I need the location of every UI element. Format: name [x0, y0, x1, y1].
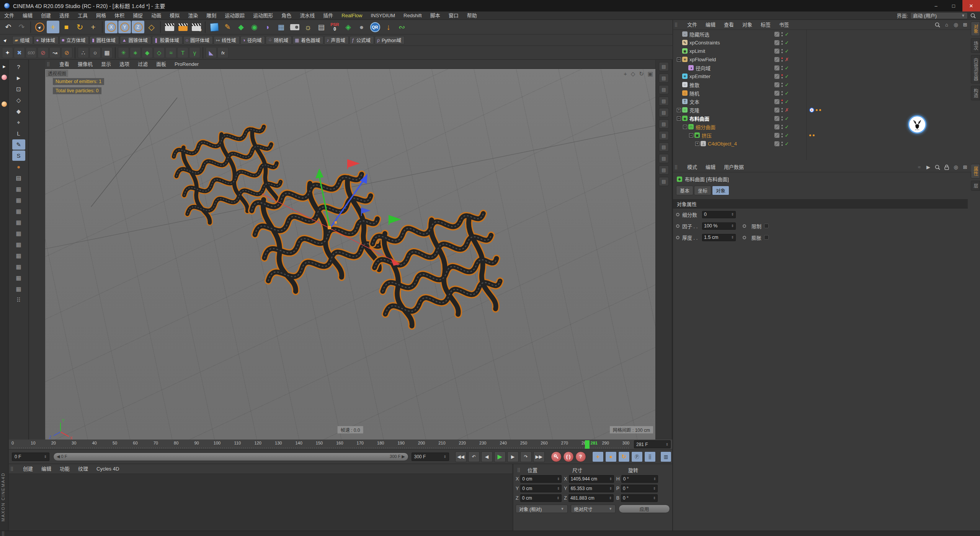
minimize-button[interactable]: –: [927, 0, 945, 11]
toggle-view-icon[interactable]: ▣: [648, 70, 653, 77]
snap-ball-button[interactable]: ●: [12, 162, 25, 172]
range-end-field[interactable]: 300 F⇕: [412, 453, 449, 461]
viewport-menu-选项[interactable]: 选项: [115, 60, 134, 69]
viewport-menu-显示[interactable]: 显示: [97, 60, 115, 69]
pick-arrow-icon[interactable]: ▶: [925, 164, 931, 170]
collapse-icon[interactable]: −: [689, 133, 693, 137]
generators-button[interactable]: ◆: [235, 21, 247, 33]
grip-icon[interactable]: ⣿: [10, 466, 16, 472]
disabled-cross-icon[interactable]: ✗: [785, 107, 789, 113]
om-menu-对象[interactable]: 对象: [738, 21, 756, 29]
field-button-立方体域[interactable]: ■立方体域: [59, 36, 89, 44]
layout-icon-3[interactable]: ▤: [659, 85, 669, 94]
object-tags[interactable]: [809, 134, 815, 136]
editor-visibility-dot[interactable]: [781, 133, 783, 135]
menu-INSYDIUM[interactable]: INSYDIUM: [366, 11, 399, 20]
layer-toggle-icon[interactable]: [774, 82, 779, 87]
menu-雕刻[interactable]: 雕刻: [202, 11, 220, 20]
rotate-tool-button[interactable]: ↻: [74, 21, 86, 33]
manager-tab-场次[interactable]: 场次: [971, 38, 980, 53]
model-mode-button[interactable]: ⊡: [12, 84, 25, 94]
layer-toggle-icon[interactable]: [774, 108, 779, 113]
palette-7-button[interactable]: ▦: [12, 250, 25, 261]
xp-circle-dots-button[interactable]: ○: [90, 47, 101, 58]
grip-icon[interactable]: ⣿: [675, 22, 681, 28]
限制-checkbox[interactable]: [764, 224, 769, 228]
modifiers-button[interactable]: ◉: [248, 21, 261, 33]
play-button[interactable]: ▶: [494, 451, 506, 462]
anim-dot-icon[interactable]: [676, 236, 679, 239]
attribute-section-header[interactable]: 对象属性: [673, 199, 968, 209]
editor-visibility-dot[interactable]: [781, 125, 783, 126]
deformers-button[interactable]: ◗: [261, 21, 274, 33]
field-button-圆环体域[interactable]: ○圆环体域: [183, 36, 213, 44]
object-row-xpLimit[interactable]: ◉xpLimit✓: [673, 47, 971, 55]
close-button[interactable]: ✕: [962, 0, 980, 11]
layout-icon-5[interactable]: ▤: [659, 108, 669, 117]
editor-visibility-dot[interactable]: [781, 32, 783, 34]
attr-menu-用户数据[interactable]: 用户数据: [720, 163, 748, 172]
render-visibility-dot[interactable]: [781, 102, 783, 104]
interface-select[interactable]: 启动 (用户) ▼: [910, 12, 968, 19]
editor-visibility-dot[interactable]: [781, 83, 783, 84]
object-name[interactable]: C4dObject_4: [708, 141, 737, 147]
palette-3-button[interactable]: ▦: [12, 206, 25, 216]
xp-trail-button[interactable]: ≈: [165, 47, 176, 58]
menu-动画[interactable]: 动画: [147, 11, 165, 20]
cursor-icon[interactable]: ►: [1, 64, 7, 70]
editor-visibility-dot[interactable]: [781, 100, 783, 101]
palette-1-button[interactable]: ▦: [12, 184, 25, 194]
render-visibility-dot[interactable]: [781, 136, 783, 137]
workplane-mode-button[interactable]: ◆: [12, 106, 25, 116]
attributes-tab-属性[interactable]: 属性: [971, 164, 980, 178]
layout-icon-8[interactable]: ▤: [659, 142, 669, 152]
menu-选择[interactable]: 选择: [55, 11, 74, 20]
enabled-check-icon[interactable]: ✓: [785, 48, 789, 54]
object-row-随机[interactable]: ∴随机✓: [673, 89, 971, 97]
field-button-着色器域[interactable]: ▦着色器域: [292, 36, 323, 44]
palette-6-button[interactable]: ▦: [12, 239, 25, 250]
grip-icon[interactable]: ⣿: [47, 62, 53, 67]
field-button-组域[interactable]: ▰组域: [12, 36, 33, 44]
attr-menu-编辑[interactable]: 编辑: [701, 163, 720, 172]
render-visibility-dot[interactable]: [781, 52, 783, 53]
redo-button[interactable]: ↷: [15, 21, 28, 33]
xp-grid-dots-button[interactable]: ▦: [101, 47, 113, 58]
palette-8-button[interactable]: ▦: [12, 261, 25, 272]
solo-mode-button[interactable]: S: [12, 150, 25, 161]
render-visibility-dot[interactable]: [781, 43, 783, 45]
magnet-download-button[interactable]: ↓: [382, 21, 395, 33]
field-button-声音域[interactable]: ♪声音域: [324, 36, 349, 44]
menu-角色[interactable]: 角色: [277, 11, 296, 20]
move-tool-button[interactable]: +: [47, 21, 59, 33]
attribute-value-field[interactable]: 100 %⇕: [702, 222, 736, 230]
layout-icon-2[interactable]: ▤: [659, 74, 669, 83]
disabled-cross-icon[interactable]: ✗: [785, 57, 789, 62]
menu-RealFlow[interactable]: RealFlow: [337, 11, 366, 20]
object-tags[interactable]: [809, 108, 821, 113]
collapse-icon[interactable]: −: [677, 116, 681, 121]
object-name[interactable]: 克隆: [689, 106, 699, 114]
attribute-value-field[interactable]: 0⇕: [702, 211, 736, 218]
coord-mode-dropdown[interactable]: 对象 (相对)▼: [516, 505, 568, 513]
om-menu-文件[interactable]: 文件: [683, 21, 701, 29]
palette-10-button[interactable]: ▦: [12, 284, 25, 294]
field-button-圆锥体域[interactable]: ▲圆锥体域: [120, 36, 151, 44]
object-name[interactable]: 挤压: [702, 132, 712, 139]
object-name[interactable]: 布料曲面: [689, 115, 709, 122]
editor-visibility-dot[interactable]: [781, 74, 783, 76]
layer-toggle-icon[interactable]: [774, 32, 779, 37]
xp-group-button[interactable]: ✖: [14, 47, 25, 58]
preview-range-slider[interactable]: ◀ 0 F 300 F ▶: [53, 453, 408, 461]
spline-pen-button[interactable]: ✎: [221, 21, 234, 33]
add-panel-icon[interactable]: ⊞: [962, 22, 968, 28]
coord-field-尺寸-X[interactable]: 1405.944 cm⇕: [569, 475, 614, 483]
expand-icon[interactable]: +: [677, 108, 681, 112]
prev-key-button[interactable]: ↶: [468, 451, 480, 462]
grip-icon[interactable]: ⣿: [675, 165, 681, 170]
goto-end-button[interactable]: ▶▶: [533, 451, 545, 462]
lock-x-button[interactable]: X: [105, 21, 118, 33]
autokey-button[interactable]: ( ): [563, 451, 574, 462]
editor-visibility-dot[interactable]: [781, 91, 783, 93]
layer-toggle-icon[interactable]: [774, 74, 779, 79]
